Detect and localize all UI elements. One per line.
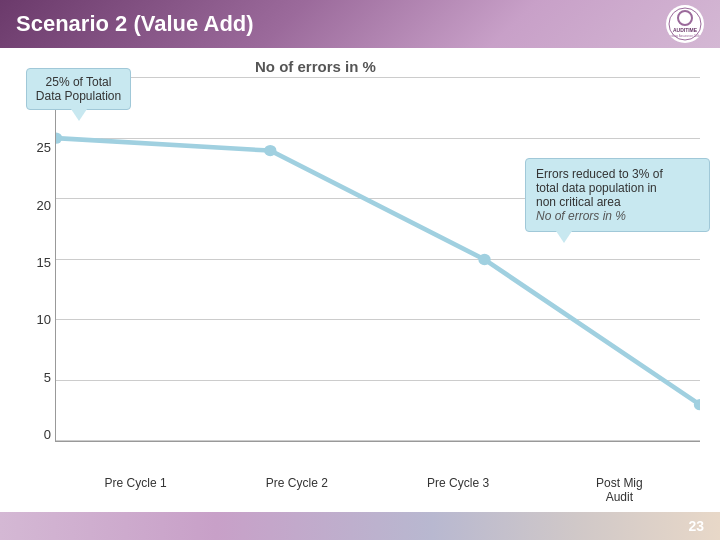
page-wrapper: Scenario 2 (Value Add) AUDITIME Providin…: [0, 0, 720, 540]
x-axis: Pre Cycle 1 Pre Cycle 2 Pre Cycle 3 Post…: [55, 472, 700, 507]
y-label-15: 15: [37, 255, 55, 270]
y-label-25: 25: [37, 140, 55, 155]
callout-top-left: 25% of Total Data Population: [26, 68, 131, 110]
x-label-4: Post MigAudit: [539, 476, 700, 504]
logo-circle: AUDITIME Providing Assurance Globally: [666, 5, 704, 43]
page-title: Scenario 2 (Value Add): [16, 11, 254, 37]
chart-svg: [56, 78, 700, 441]
point-3: [478, 254, 490, 265]
point-2: [264, 145, 276, 156]
y-axis: 30 25 20 15 10 5 0: [20, 78, 55, 472]
x-label-3: Pre Cycle 3: [378, 476, 539, 490]
svg-text:AUDITIME: AUDITIME: [673, 27, 698, 33]
point-1: [56, 132, 62, 143]
chart-title: No of errors in %: [255, 58, 376, 76]
logo-area: AUDITIME Providing Assurance Globally: [644, 4, 704, 44]
y-label-0: 0: [44, 427, 55, 442]
y-label-5: 5: [44, 370, 55, 385]
chart-plot: 25% of Total Data Population Errors redu…: [55, 78, 700, 442]
footer: 23: [0, 512, 720, 540]
page-number: 23: [688, 518, 704, 534]
x-label-1: Pre Cycle 1: [55, 476, 216, 490]
header: Scenario 2 (Value Add) AUDITIME Providin…: [0, 0, 720, 48]
svg-text:Providing Assurance Globally: Providing Assurance Globally: [667, 34, 703, 38]
chart-header: No of errors in %: [55, 58, 700, 76]
logo-svg: AUDITIME Providing Assurance Globally: [667, 6, 703, 42]
x-label-2: Pre Cycle 2: [216, 476, 377, 490]
callout-right: Errors reduced to 3% of total data popul…: [525, 158, 710, 232]
y-label-20: 20: [37, 198, 55, 213]
main-content: No of errors in % 30 25 20 15 10 5 0: [0, 48, 720, 512]
line-label-inline: No of errors in %: [536, 209, 626, 223]
chart-container: 30 25 20 15 10 5 0: [20, 78, 700, 472]
y-label-10: 10: [37, 312, 55, 327]
